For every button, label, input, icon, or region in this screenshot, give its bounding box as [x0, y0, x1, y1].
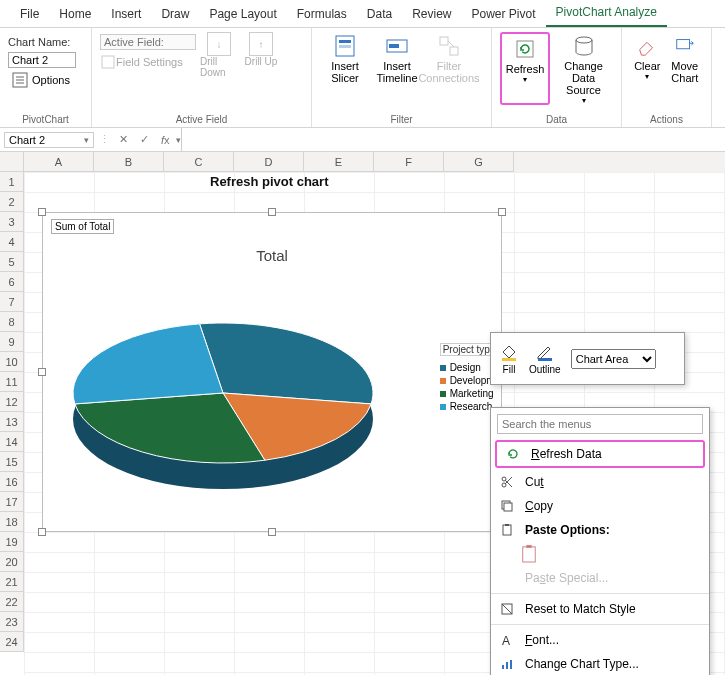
resize-handle[interactable]: [498, 208, 506, 216]
row-header[interactable]: 24: [0, 632, 24, 652]
row-header[interactable]: 5: [0, 252, 24, 272]
row-header[interactable]: 14: [0, 432, 24, 452]
tab-insert[interactable]: Insert: [101, 3, 151, 27]
refresh-icon: [511, 35, 539, 63]
tab-formulas[interactable]: Formulas: [287, 3, 357, 27]
col-header[interactable]: E: [304, 152, 374, 172]
col-header[interactable]: G: [444, 152, 514, 172]
row-header[interactable]: 11: [0, 372, 24, 392]
col-header[interactable]: F: [374, 152, 444, 172]
menu-item-label: Cut: [525, 475, 544, 489]
menu-item-cut[interactable]: Cut: [491, 470, 709, 494]
row-header[interactable]: 4: [0, 232, 24, 252]
tab-pivotchart-analyze[interactable]: PivotChart Analyze: [546, 1, 667, 27]
tab-data[interactable]: Data: [357, 3, 402, 27]
outline-button[interactable]: Outline: [529, 342, 561, 375]
chart-title[interactable]: Total: [43, 247, 501, 264]
field-settings-button: Field Settings: [100, 54, 196, 70]
pivot-chart-object[interactable]: Sum of Total Total Project type ▾ Design…: [42, 212, 502, 532]
copy-icon: [499, 498, 515, 514]
change-data-source-button[interactable]: Change Data Source ▾: [554, 32, 613, 105]
group-label-activefield: Active Field: [100, 112, 303, 125]
tab-powerpivot[interactable]: Power Pivot: [462, 3, 546, 27]
row-header[interactable]: 18: [0, 512, 24, 532]
row-header[interactable]: 21: [0, 572, 24, 592]
col-header[interactable]: A: [24, 152, 94, 172]
svg-rect-17: [502, 358, 516, 361]
menu-item-reset[interactable]: Reset to Match Style: [491, 597, 709, 621]
chart-element-selector[interactable]: Chart Area: [571, 349, 656, 369]
clear-button[interactable]: Clear ▾: [630, 32, 665, 84]
group-activefield: Field Settings ↓ Drill Down ↑ Drill Up A…: [92, 28, 312, 127]
chart-field-button[interactable]: Sum of Total: [51, 219, 114, 234]
menu-item-label: Reset to Match Style: [525, 602, 636, 616]
row-header[interactable]: 12: [0, 392, 24, 412]
arrow-down-icon: ↓: [207, 32, 231, 56]
row-header[interactable]: 20: [0, 552, 24, 572]
col-header[interactable]: D: [234, 152, 304, 172]
svg-rect-4: [102, 56, 114, 68]
pie-chart[interactable]: [53, 283, 393, 513]
row-header[interactable]: 7: [0, 292, 24, 312]
svg-rect-11: [450, 47, 458, 55]
row-header[interactable]: 6: [0, 272, 24, 292]
row-header[interactable]: 22: [0, 592, 24, 612]
legend-item[interactable]: Marketing: [440, 388, 519, 399]
resize-handle[interactable]: [38, 528, 46, 536]
tab-file[interactable]: File: [10, 3, 49, 27]
options-button[interactable]: Options: [8, 72, 83, 88]
field-settings-icon: [100, 54, 116, 70]
row-header[interactable]: 17: [0, 492, 24, 512]
name-box[interactable]: Chart 2 ▾: [4, 132, 94, 148]
row-header[interactable]: 8: [0, 312, 24, 332]
tab-pagelayout[interactable]: Page Layout: [199, 3, 286, 27]
row-header[interactable]: 13: [0, 412, 24, 432]
row-header[interactable]: 16: [0, 472, 24, 492]
svg-rect-10: [440, 37, 448, 45]
menu-item-font[interactable]: AFont...: [491, 628, 709, 652]
menu-search-input[interactable]: [497, 414, 703, 434]
move-chart-button[interactable]: Move Chart: [667, 32, 703, 84]
refresh-button[interactable]: Refresh ▾: [503, 35, 547, 84]
row-header[interactable]: 10: [0, 352, 24, 372]
select-all-corner[interactable]: [0, 152, 24, 172]
menu-item-copy[interactable]: Copy: [491, 494, 709, 518]
row-header[interactable]: 19: [0, 532, 24, 552]
row-header[interactable]: 2: [0, 192, 24, 212]
menu-item-refresh[interactable]: Refresh Data: [495, 440, 705, 468]
menu-item-pasteicon[interactable]: [491, 542, 709, 566]
svg-rect-27: [523, 547, 535, 562]
menu-item-label: Refresh Data: [531, 447, 602, 461]
resize-handle[interactable]: [268, 528, 276, 536]
menu-item-label: Paste Special...: [525, 571, 608, 585]
insert-timeline-button[interactable]: Insert Timeline: [372, 32, 422, 84]
formula-bar: Chart 2 ▾ ⋮ ✕ ✓ fx ▾: [0, 128, 725, 152]
charttype-icon: [499, 656, 515, 672]
row-header[interactable]: 3: [0, 212, 24, 232]
fx-icon[interactable]: fx: [155, 134, 176, 146]
col-header[interactable]: C: [164, 152, 234, 172]
formula-input[interactable]: [181, 128, 725, 151]
menu-item-changetype[interactable]: Change Chart Type...: [491, 652, 709, 675]
chevron-down-icon: ▾: [523, 75, 527, 84]
col-header[interactable]: B: [94, 152, 164, 172]
worksheet-grid[interactable]: A B C D E F G 12345678910111213141516171…: [0, 152, 725, 675]
row-header[interactable]: 9: [0, 332, 24, 352]
cancel-formula-icon[interactable]: ✕: [113, 133, 134, 146]
row-header[interactable]: 1: [0, 172, 24, 192]
ribbon-panel: Chart Name: Options PivotChart Field Set…: [0, 28, 725, 128]
tab-draw[interactable]: Draw: [151, 3, 199, 27]
tab-review[interactable]: Review: [402, 3, 461, 27]
enter-formula-icon[interactable]: ✓: [134, 133, 155, 146]
resize-handle[interactable]: [38, 368, 46, 376]
insert-slicer-button[interactable]: Insert Slicer: [320, 32, 370, 84]
fill-button[interactable]: Fill: [499, 342, 519, 375]
chartname-input[interactable]: [8, 52, 76, 68]
tab-home[interactable]: Home: [49, 3, 101, 27]
resize-handle[interactable]: [268, 208, 276, 216]
svg-text:A: A: [502, 634, 510, 647]
row-header[interactable]: 15: [0, 452, 24, 472]
context-menu: Refresh DataCutCopyPaste Options:Paste S…: [490, 407, 710, 675]
row-header[interactable]: 23: [0, 612, 24, 632]
resize-handle[interactable]: [38, 208, 46, 216]
